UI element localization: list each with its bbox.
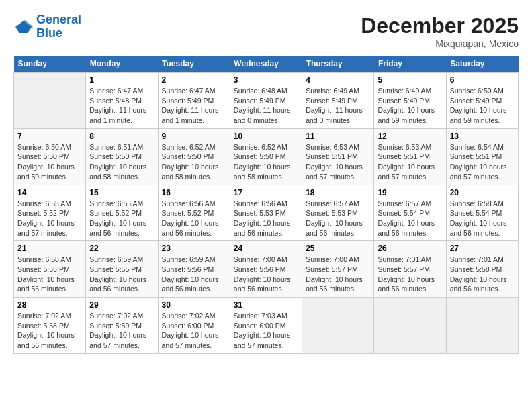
calendar-cell: 2Sunrise: 6:47 AM Sunset: 5:49 PM Daylig… [158, 73, 230, 129]
day-number: 21 [17, 244, 82, 253]
month-title: December 2025 [361, 13, 519, 38]
day-info: Sunrise: 6:48 AM Sunset: 5:49 PM Dayligh… [234, 86, 298, 126]
day-info: Sunrise: 6:47 AM Sunset: 5:48 PM Dayligh… [89, 86, 154, 126]
calendar-cell [446, 298, 518, 354]
day-number: 16 [162, 188, 226, 197]
day-info: Sunrise: 7:00 AM Sunset: 5:56 PM Dayligh… [234, 255, 298, 294]
day-number: 24 [234, 244, 298, 253]
calendar: SundayMondayTuesdayWednesdayThursdayFrid… [13, 56, 519, 354]
logo: General Blue [13, 13, 81, 40]
calendar-cell: 19Sunrise: 6:57 AM Sunset: 5:54 PM Dayli… [374, 185, 446, 241]
calendar-cell: 31Sunrise: 7:03 AM Sunset: 6:00 PM Dayli… [230, 298, 302, 354]
calendar-cell: 6Sunrise: 6:50 AM Sunset: 5:49 PM Daylig… [446, 73, 518, 129]
calendar-cell: 21Sunrise: 6:58 AM Sunset: 5:55 PM Dayli… [14, 241, 86, 298]
calendar-week-row: 1Sunrise: 6:47 AM Sunset: 5:48 PM Daylig… [14, 73, 519, 129]
calendar-cell: 18Sunrise: 6:57 AM Sunset: 5:53 PM Dayli… [302, 185, 374, 241]
day-info: Sunrise: 6:50 AM Sunset: 5:49 PM Dayligh… [450, 86, 515, 126]
day-number: 31 [234, 300, 298, 310]
weekday-header: Friday [374, 56, 446, 73]
day-number: 2 [162, 75, 226, 85]
title-block: December 2025 Mixquiapan, Mexico [361, 13, 519, 49]
weekday-header: Sunday [14, 56, 86, 73]
day-info: Sunrise: 6:53 AM Sunset: 5:51 PM Dayligh… [306, 142, 370, 182]
day-number: 22 [89, 244, 154, 253]
day-number: 11 [306, 132, 370, 141]
day-number: 23 [162, 244, 226, 253]
day-info: Sunrise: 6:51 AM Sunset: 5:50 PM Dayligh… [89, 142, 154, 182]
weekday-header: Saturday [446, 56, 518, 73]
calendar-cell: 29Sunrise: 7:02 AM Sunset: 5:59 PM Dayli… [86, 298, 158, 354]
day-number: 15 [89, 188, 154, 197]
day-info: Sunrise: 6:53 AM Sunset: 5:51 PM Dayligh… [378, 142, 442, 182]
calendar-cell: 12Sunrise: 6:53 AM Sunset: 5:51 PM Dayli… [374, 128, 446, 185]
day-info: Sunrise: 6:52 AM Sunset: 5:50 PM Dayligh… [162, 142, 226, 182]
day-number: 9 [162, 132, 226, 141]
calendar-cell: 16Sunrise: 6:56 AM Sunset: 5:52 PM Dayli… [158, 185, 230, 241]
day-info: Sunrise: 7:02 AM Sunset: 5:58 PM Dayligh… [17, 311, 82, 351]
logo-line1: General [36, 13, 81, 26]
calendar-cell: 27Sunrise: 7:01 AM Sunset: 5:58 PM Dayli… [446, 241, 518, 298]
calendar-cell [14, 73, 86, 129]
day-number: 18 [306, 188, 370, 197]
day-info: Sunrise: 6:58 AM Sunset: 5:55 PM Dayligh… [17, 255, 82, 294]
day-number: 29 [89, 300, 154, 310]
day-number: 12 [378, 132, 442, 141]
day-number: 30 [162, 300, 226, 310]
day-info: Sunrise: 6:49 AM Sunset: 5:49 PM Dayligh… [378, 86, 442, 126]
day-number: 13 [450, 132, 515, 141]
day-info: Sunrise: 6:56 AM Sunset: 5:52 PM Dayligh… [162, 199, 226, 238]
day-number: 26 [378, 244, 442, 253]
weekday-header: Tuesday [158, 56, 230, 73]
calendar-cell: 1Sunrise: 6:47 AM Sunset: 5:48 PM Daylig… [86, 73, 158, 129]
day-info: Sunrise: 7:01 AM Sunset: 5:58 PM Dayligh… [450, 255, 515, 294]
calendar-cell: 26Sunrise: 7:01 AM Sunset: 5:57 PM Dayli… [374, 241, 446, 298]
day-info: Sunrise: 6:50 AM Sunset: 5:50 PM Dayligh… [17, 142, 82, 182]
calendar-cell: 28Sunrise: 7:02 AM Sunset: 5:58 PM Dayli… [14, 298, 86, 354]
day-info: Sunrise: 6:52 AM Sunset: 5:50 PM Dayligh… [234, 142, 298, 182]
day-number: 10 [234, 132, 298, 141]
day-number: 8 [89, 132, 154, 141]
calendar-cell: 5Sunrise: 6:49 AM Sunset: 5:49 PM Daylig… [374, 73, 446, 129]
calendar-cell: 22Sunrise: 6:59 AM Sunset: 5:55 PM Dayli… [86, 241, 158, 298]
calendar-cell [374, 298, 446, 354]
page-header: General Blue December 2025 Mixquiapan, M… [13, 13, 519, 49]
day-info: Sunrise: 6:58 AM Sunset: 5:54 PM Dayligh… [450, 199, 515, 238]
day-info: Sunrise: 6:47 AM Sunset: 5:49 PM Dayligh… [162, 86, 226, 126]
calendar-cell: 3Sunrise: 6:48 AM Sunset: 5:49 PM Daylig… [230, 73, 302, 129]
day-info: Sunrise: 7:01 AM Sunset: 5:57 PM Dayligh… [378, 255, 442, 294]
calendar-cell: 4Sunrise: 6:49 AM Sunset: 5:49 PM Daylig… [302, 73, 374, 129]
calendar-cell: 17Sunrise: 6:56 AM Sunset: 5:53 PM Dayli… [230, 185, 302, 241]
calendar-cell: 23Sunrise: 6:59 AM Sunset: 5:56 PM Dayli… [158, 241, 230, 298]
day-number: 20 [450, 188, 515, 197]
calendar-cell: 15Sunrise: 6:55 AM Sunset: 5:52 PM Dayli… [86, 185, 158, 241]
weekday-header: Monday [86, 56, 158, 73]
calendar-cell: 14Sunrise: 6:55 AM Sunset: 5:52 PM Dayli… [14, 185, 86, 241]
day-number: 27 [450, 244, 515, 253]
day-info: Sunrise: 6:54 AM Sunset: 5:51 PM Dayligh… [450, 142, 515, 182]
day-number: 1 [89, 75, 154, 85]
calendar-week-row: 21Sunrise: 6:58 AM Sunset: 5:55 PM Dayli… [14, 241, 519, 298]
day-number: 19 [378, 188, 442, 197]
calendar-cell: 7Sunrise: 6:50 AM Sunset: 5:50 PM Daylig… [14, 128, 86, 185]
calendar-cell: 10Sunrise: 6:52 AM Sunset: 5:50 PM Dayli… [230, 128, 302, 185]
calendar-week-row: 14Sunrise: 6:55 AM Sunset: 5:52 PM Dayli… [14, 185, 519, 241]
day-info: Sunrise: 6:57 AM Sunset: 5:53 PM Dayligh… [306, 199, 370, 238]
calendar-cell [302, 298, 374, 354]
day-info: Sunrise: 7:00 AM Sunset: 5:57 PM Dayligh… [306, 255, 370, 294]
logo-icon [13, 19, 34, 35]
calendar-cell: 30Sunrise: 7:02 AM Sunset: 6:00 PM Dayli… [158, 298, 230, 354]
calendar-cell: 11Sunrise: 6:53 AM Sunset: 5:51 PM Dayli… [302, 128, 374, 185]
day-number: 14 [17, 188, 82, 197]
day-number: 6 [450, 75, 515, 85]
day-number: 7 [17, 132, 82, 141]
day-info: Sunrise: 6:59 AM Sunset: 5:56 PM Dayligh… [162, 255, 226, 294]
calendar-week-row: 28Sunrise: 7:02 AM Sunset: 5:58 PM Dayli… [14, 298, 519, 354]
day-number: 28 [17, 300, 82, 310]
day-info: Sunrise: 7:03 AM Sunset: 6:00 PM Dayligh… [234, 311, 298, 351]
day-info: Sunrise: 6:55 AM Sunset: 5:52 PM Dayligh… [89, 199, 154, 238]
day-info: Sunrise: 6:49 AM Sunset: 5:49 PM Dayligh… [306, 86, 370, 126]
day-number: 3 [234, 75, 298, 85]
calendar-cell: 20Sunrise: 6:58 AM Sunset: 5:54 PM Dayli… [446, 185, 518, 241]
calendar-cell: 8Sunrise: 6:51 AM Sunset: 5:50 PM Daylig… [86, 128, 158, 185]
day-info: Sunrise: 7:02 AM Sunset: 5:59 PM Dayligh… [89, 311, 154, 351]
